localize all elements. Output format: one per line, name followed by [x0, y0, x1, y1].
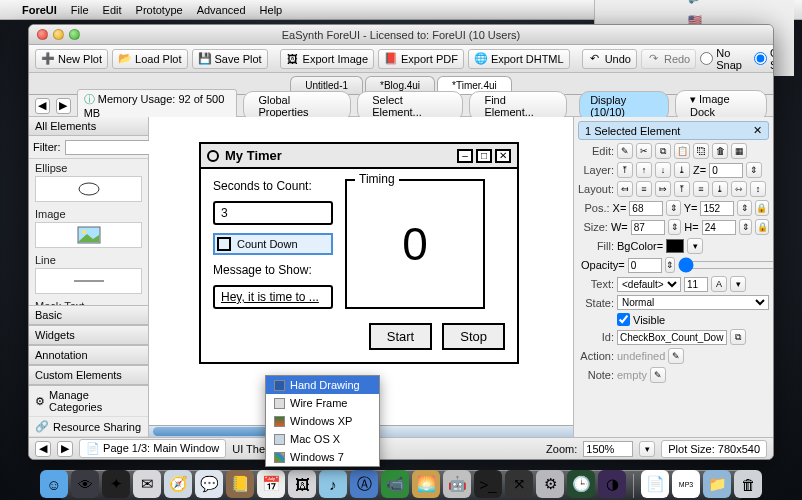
seconds-input[interactable]	[213, 201, 333, 225]
resource-sharing-button[interactable]: 🔗Resource Sharing	[29, 417, 148, 437]
layer-up-icon[interactable]: ↑	[636, 162, 652, 178]
menu-advanced[interactable]: Advanced	[197, 4, 246, 16]
align-bottom-icon[interactable]: ⤓	[712, 181, 728, 197]
dock-facetime[interactable]: 📹	[381, 470, 409, 498]
bgcolor-dropdown-icon[interactable]: ▾	[687, 238, 703, 254]
undo-button[interactable]: ↶Undo	[582, 49, 637, 69]
dock-timemachine[interactable]: 🕒	[567, 470, 595, 498]
category-basic[interactable]: Basic	[29, 305, 148, 325]
dock-addressbook[interactable]: 📒	[226, 470, 254, 498]
zoom-dropdown-icon[interactable]: ▾	[639, 441, 655, 457]
z-stepper-icon[interactable]: ⇕	[746, 162, 762, 178]
stop-button[interactable]: Stop	[442, 323, 505, 350]
dock-mp3[interactable]: MP3	[672, 470, 700, 498]
theme-option-mac-os-x[interactable]: Mac OS X	[266, 430, 379, 448]
zoom-input[interactable]	[583, 441, 633, 457]
align-right-icon[interactable]: ⤇	[655, 181, 671, 197]
menu-help[interactable]: Help	[260, 4, 283, 16]
category-annotation[interactable]: Annotation	[29, 345, 148, 365]
menu-file[interactable]: File	[71, 4, 89, 16]
category-custom[interactable]: Custom Elements	[29, 365, 148, 385]
w-stepper-icon[interactable]: ⇕	[668, 219, 682, 235]
align-middle-icon[interactable]: ≡	[693, 181, 709, 197]
id-input[interactable]	[617, 330, 727, 345]
distribute-h-icon[interactable]: ⇿	[731, 181, 747, 197]
mock-maximize-icon[interactable]: □	[476, 149, 492, 163]
dock-quicklook[interactable]: 👁	[71, 470, 99, 498]
palette-item-ellipse[interactable]: Ellipse	[29, 159, 148, 205]
dock-dashboard[interactable]: ✦	[102, 470, 130, 498]
dock-iphoto[interactable]: 🌅	[412, 470, 440, 498]
action-edit-icon[interactable]: ✎	[668, 348, 684, 364]
mock-minimize-icon[interactable]: –	[457, 149, 473, 163]
font-select[interactable]: <default>	[617, 277, 681, 292]
category-widgets[interactable]: Widgets	[29, 325, 148, 345]
menu-edit[interactable]: Edit	[103, 4, 122, 16]
align-left-icon[interactable]: ⤆	[617, 181, 633, 197]
bgcolor-swatch[interactable]	[666, 239, 684, 253]
fontsize-input[interactable]	[684, 277, 708, 292]
distribute-v-icon[interactable]: ↕	[750, 181, 766, 197]
app-name[interactable]: ForeUI	[22, 4, 57, 16]
inspector-close-icon[interactable]: ✕	[753, 124, 762, 137]
countdown-checkbox[interactable]: Count Down	[213, 233, 333, 255]
pos-lock-icon[interactable]: 🔒	[755, 200, 769, 216]
y-stepper-icon[interactable]: ⇕	[737, 200, 751, 216]
note-edit-icon[interactable]: ✎	[650, 367, 666, 383]
palette-item-image[interactable]: Image	[29, 205, 148, 251]
menu-prototype[interactable]: Prototype	[136, 4, 183, 16]
layer-down-icon[interactable]: ↓	[655, 162, 671, 178]
mock-window-my-timer[interactable]: My Timer – □ ✕ Seconds to Count: Count D…	[199, 142, 519, 364]
select-element-button[interactable]: Select Element...	[357, 91, 463, 121]
opacity-stepper-icon[interactable]: ⇕	[665, 257, 675, 273]
dock-mail[interactable]: ✉	[133, 470, 161, 498]
w-input[interactable]	[631, 220, 665, 235]
dock-folder[interactable]: 📁	[703, 470, 731, 498]
x-stepper-icon[interactable]: ⇕	[666, 200, 680, 216]
theme-option-windows-xp[interactable]: Windows XP	[266, 412, 379, 430]
message-input[interactable]	[213, 285, 333, 309]
page-next-icon[interactable]: ▶	[57, 441, 73, 457]
dock-itunes[interactable]: ♪	[319, 470, 347, 498]
dock-finder[interactable]: ☺	[40, 470, 68, 498]
mock-close-icon[interactable]: ✕	[495, 149, 511, 163]
edit-pencil-icon[interactable]: ✎	[617, 143, 633, 159]
export-image-button[interactable]: 🖼Export Image	[280, 49, 374, 69]
dock-safari[interactable]: 🧭	[164, 470, 192, 498]
align-top-icon[interactable]: ⤒	[674, 181, 690, 197]
find-element-button[interactable]: Find Element...	[469, 91, 567, 121]
dock-top[interactable]: ⤧	[505, 470, 533, 498]
dock-ichat[interactable]: 💬	[195, 470, 223, 498]
font-more-icon[interactable]: ▾	[730, 276, 746, 292]
visible-checkbox[interactable]	[617, 313, 630, 326]
snap-object-radio[interactable]: Object Snap	[754, 47, 774, 71]
dock-eclipse[interactable]: ◑	[598, 470, 626, 498]
id-copy-icon[interactable]: ⧉	[730, 329, 746, 345]
new-plot-button[interactable]: ➕New Plot	[35, 49, 108, 69]
window-titlebar[interactable]: EaSynth ForeUI - Licensed to: ForeUI (10…	[29, 25, 773, 45]
global-properties-button[interactable]: Global Properties	[243, 91, 351, 121]
export-dhtml-button[interactable]: 🌐Export DHTML	[468, 49, 570, 69]
start-button[interactable]: Start	[369, 323, 432, 350]
h-input[interactable]	[702, 220, 736, 235]
opacity-input[interactable]	[628, 258, 662, 273]
edit-more-icon[interactable]: ▦	[731, 143, 747, 159]
x-input[interactable]	[629, 201, 663, 216]
edit-paste-icon[interactable]: 📋	[674, 143, 690, 159]
page-indicator[interactable]: 📄 Page 1/3: Main Window	[79, 439, 226, 458]
snap-none-radio[interactable]: No Snap	[700, 47, 742, 71]
save-plot-button[interactable]: 💾Save Plot	[192, 49, 268, 69]
dock-trash[interactable]: 🗑	[734, 470, 762, 498]
load-plot-button[interactable]: 📂Load Plot	[112, 49, 187, 69]
edit-delete-icon[interactable]: 🗑	[712, 143, 728, 159]
dock-preview[interactable]: 🖼	[288, 470, 316, 498]
nav-prev-icon[interactable]: ◀	[35, 98, 50, 114]
redo-button[interactable]: ↷Redo	[641, 49, 696, 69]
dock-terminal[interactable]: >_	[474, 470, 502, 498]
export-pdf-button[interactable]: 📕Export PDF	[378, 49, 464, 69]
dock-document[interactable]: 📄	[641, 470, 669, 498]
plot-size[interactable]: Plot Size: 780x540	[661, 440, 767, 458]
dock-automator[interactable]: 🤖	[443, 470, 471, 498]
volume-icon[interactable]: 🔊	[688, 0, 702, 4]
z-input[interactable]	[709, 163, 743, 178]
